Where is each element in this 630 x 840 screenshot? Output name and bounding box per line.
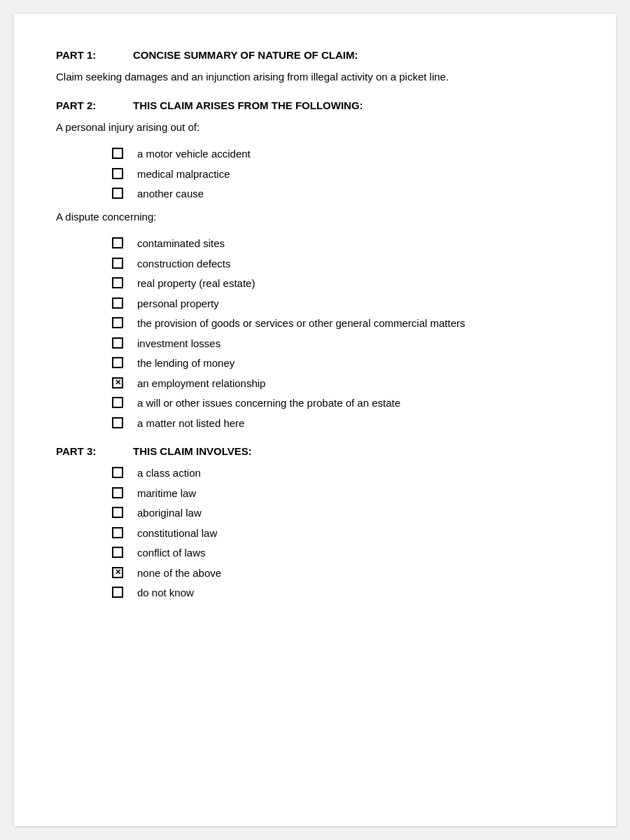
list-item: a motor vehicle accident xyxy=(112,146,574,162)
checkbox-icon[interactable] xyxy=(112,417,123,428)
list-item: maritime law xyxy=(112,486,574,502)
checkbox-label: an employment relationship xyxy=(137,376,265,392)
checkbox-label: none of the above xyxy=(137,566,221,582)
checkbox-label: conflict of laws xyxy=(137,545,206,561)
checkbox-label: the lending of money xyxy=(137,356,234,372)
list-item: contaminated sites xyxy=(112,236,574,252)
part3-label: PART 3: xyxy=(56,445,112,457)
checkbox-label: maritime law xyxy=(137,486,196,502)
checkbox-icon[interactable] xyxy=(112,298,123,309)
checkbox-label: constitutional law xyxy=(137,526,217,542)
list-item: an employment relationship xyxy=(112,376,574,392)
checkbox-label: a class action xyxy=(137,465,201,482)
checkbox-icon[interactable] xyxy=(112,547,123,558)
checkbox-icon[interactable] xyxy=(112,397,123,408)
dispute-label: A dispute concerning: xyxy=(56,209,574,225)
checkbox-icon[interactable] xyxy=(112,337,123,349)
part1-label: PART 1: xyxy=(56,49,112,61)
checkbox-label: the provision of goods or services or ot… xyxy=(137,316,465,332)
checkbox-icon[interactable] xyxy=(112,317,123,328)
checkbox-icon[interactable] xyxy=(112,357,123,368)
list-item: do not know xyxy=(112,585,574,601)
checkbox-icon[interactable] xyxy=(112,587,123,598)
checkbox-icon[interactable] xyxy=(112,237,123,248)
checkbox-label: personal property xyxy=(137,296,219,312)
list-item: another cause xyxy=(112,186,574,202)
part3-list: a class action maritime law aboriginal l… xyxy=(112,465,574,601)
checkbox-label: aboriginal law xyxy=(137,505,202,522)
list-item: the provision of goods or services or ot… xyxy=(112,316,574,332)
list-item: none of the above xyxy=(112,566,574,582)
list-item: conflict of laws xyxy=(112,545,574,561)
part1-heading: PART 1: CONCISE SUMMARY OF NATURE OF CLA… xyxy=(56,49,574,61)
part1-title: CONCISE SUMMARY OF NATURE OF CLAIM: xyxy=(133,49,358,61)
part2-section: PART 2: THIS CLAIM ARISES FROM THE FOLLO… xyxy=(56,99,574,432)
part3-heading: PART 3: THIS CLAIM INVOLVES: xyxy=(56,445,574,457)
list-item: a matter not listed here xyxy=(112,416,574,432)
part2-title: THIS CLAIM ARISES FROM THE FOLLOWING: xyxy=(133,99,363,111)
part1-section: PART 1: CONCISE SUMMARY OF NATURE OF CLA… xyxy=(56,49,574,85)
checkbox-label: investment losses xyxy=(137,336,220,352)
checkbox-label: another cause xyxy=(137,186,204,202)
list-item: investment losses xyxy=(112,336,574,352)
list-item: real property (real estate) xyxy=(112,276,574,292)
checkbox-icon[interactable] xyxy=(112,467,123,478)
checkbox-icon[interactable] xyxy=(112,567,123,578)
checkbox-label: a matter not listed here xyxy=(137,416,244,432)
checkbox-icon[interactable] xyxy=(112,507,123,518)
dispute-list: contaminated sites construction defects … xyxy=(112,236,574,431)
checkbox-icon[interactable] xyxy=(112,487,123,498)
checkbox-label: construction defects xyxy=(137,256,230,272)
list-item: constitutional law xyxy=(112,526,574,542)
checkbox-icon[interactable] xyxy=(112,377,123,388)
document-page: PART 1: CONCISE SUMMARY OF NATURE OF CLA… xyxy=(14,14,616,826)
list-item: the lending of money xyxy=(112,356,574,372)
checkbox-icon[interactable] xyxy=(112,148,123,159)
checkbox-icon[interactable] xyxy=(112,258,123,269)
list-item: construction defects xyxy=(112,256,574,272)
checkbox-icon[interactable] xyxy=(112,527,123,538)
list-item: aboriginal law xyxy=(112,505,574,522)
checkbox-label: medical malpractice xyxy=(137,167,230,183)
part2-label: PART 2: xyxy=(56,99,112,111)
list-item: medical malpractice xyxy=(112,167,574,183)
personal-injury-list: a motor vehicle accident medical malprac… xyxy=(112,146,574,202)
list-item: a class action xyxy=(112,465,574,482)
part1-description: Claim seeking damages and an injunction … xyxy=(56,69,574,85)
checkbox-icon[interactable] xyxy=(112,168,123,179)
checkbox-label: a motor vehicle accident xyxy=(137,146,251,162)
list-item: personal property xyxy=(112,296,574,312)
part2-heading: PART 2: THIS CLAIM ARISES FROM THE FOLLO… xyxy=(56,99,574,111)
part3-section: PART 3: THIS CLAIM INVOLVES: a class act… xyxy=(56,445,574,601)
checkbox-icon[interactable] xyxy=(112,188,123,199)
checkbox-icon[interactable] xyxy=(112,277,123,288)
checkbox-label: do not know xyxy=(137,585,194,601)
checkbox-label: a will or other issues concerning the pr… xyxy=(137,396,400,412)
checkbox-label: real property (real estate) xyxy=(137,276,255,292)
part3-title: THIS CLAIM INVOLVES: xyxy=(133,445,252,457)
checkbox-label: contaminated sites xyxy=(137,236,225,252)
personal-injury-label: A personal injury arising out of: xyxy=(56,120,574,136)
list-item: a will or other issues concerning the pr… xyxy=(112,396,574,412)
